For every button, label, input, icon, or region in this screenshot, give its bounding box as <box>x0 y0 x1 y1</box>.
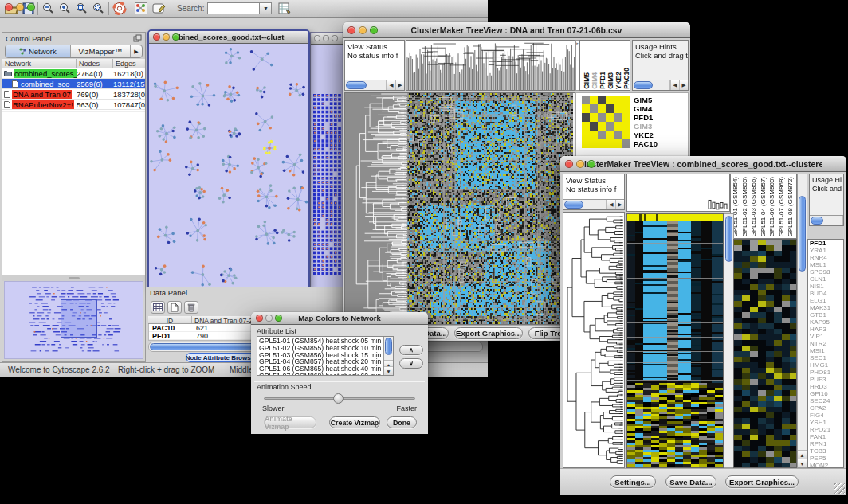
network-frame-back-titlebar[interactable] <box>311 33 346 45</box>
move-down-button[interactable]: ∨ <box>399 358 423 369</box>
report-table-icon[interactable] <box>278 2 292 15</box>
gene-label[interactable]: GTB1 <box>810 311 843 318</box>
matrix-cell[interactable] <box>582 139 590 148</box>
hscroll-thumb[interactable] <box>811 217 823 225</box>
minimize-button[interactable] <box>16 3 24 11</box>
matrix-cell[interactable] <box>606 104 614 113</box>
tv2-column-label[interactable]: GPL51-08 (GSM872) <box>787 177 795 237</box>
tv1-column-label[interactable]: YKE2 <box>614 72 622 89</box>
vscroll-thumb[interactable] <box>799 196 806 272</box>
attribute-list-item[interactable]: GPL51-04 (GSM857) heat shock 20 min <box>257 358 383 365</box>
tv1-detail-row-label[interactable]: GIM3 <box>634 122 669 131</box>
matrix-cell[interactable] <box>590 122 598 131</box>
hscroll-thumb[interactable] <box>346 81 367 89</box>
attribute-list[interactable]: GPL51-01 (GSM854) heat shock 05 minGPL51… <box>257 336 394 376</box>
tv1-detail-matrix[interactable] <box>582 96 630 148</box>
export-graphics-button[interactable]: Export Graphics... <box>454 327 523 339</box>
tv2-column-dendrogram-canvas[interactable] <box>627 174 729 211</box>
tv1-status-hscrollbar[interactable]: ◀ ▶ <box>345 80 404 90</box>
tv1-column-labels[interactable]: GIM5GIM4PFD1GIM3YKE2PAC10 <box>579 40 630 91</box>
gene-label[interactable]: YSH1 <box>810 419 843 426</box>
tv2-row-dendrogram-canvas[interactable] <box>563 213 624 467</box>
close-button[interactable] <box>256 315 263 322</box>
annotation-icon[interactable] <box>152 2 166 14</box>
zoom-button[interactable] <box>587 160 595 168</box>
zoom-fit-icon[interactable] <box>75 2 88 15</box>
matrix-cell[interactable] <box>590 96 598 104</box>
minimize-button[interactable] <box>163 33 170 41</box>
tv1-detail-row-label[interactable]: PFD1 <box>634 113 669 122</box>
matrix-cell[interactable] <box>622 96 630 104</box>
matrix-cell[interactable] <box>614 122 622 131</box>
network-view-canvas[interactable] <box>150 45 308 287</box>
matrix-cell[interactable] <box>582 96 590 104</box>
gene-label[interactable]: ELG1 <box>810 297 843 304</box>
overview-selection-rect[interactable] <box>61 299 97 338</box>
zoom-button[interactable] <box>332 35 338 41</box>
search-input[interactable] <box>207 2 260 14</box>
tv1-column-label[interactable]: GIM5 <box>583 72 591 89</box>
panel-splitter[interactable] <box>2 275 145 281</box>
tv2-hints-hscrollbar[interactable] <box>810 215 843 225</box>
scroll-up-button[interactable]: ▲ <box>798 450 807 459</box>
gene-label[interactable]: RNR4 <box>810 254 843 261</box>
zoom-button[interactable] <box>370 26 378 34</box>
tv1-hints-hscrollbar[interactable]: ◀ ▶ <box>633 80 688 90</box>
matrix-cell[interactable] <box>590 131 598 139</box>
new-attribute-icon[interactable] <box>167 301 182 314</box>
tv1-heatmap-canvas[interactable] <box>407 93 573 324</box>
save-data-button[interactable]: Save Data... <box>665 475 716 488</box>
tv2-right-vscrollbar[interactable]: ▲ ▼ <box>797 174 807 468</box>
matrix-cell[interactable] <box>598 139 606 148</box>
settings-button[interactable]: Settings... <box>610 475 656 488</box>
delete-attribute-trash-icon[interactable] <box>184 301 198 314</box>
tv1-row-dendrogram-canvas[interactable] <box>345 93 407 324</box>
scroll-down-button[interactable]: ▼ <box>798 459 807 467</box>
resize-grip[interactable] <box>834 483 845 494</box>
network-table-row[interactable]: combined_sco2569(6)13112(15) <box>2 79 145 89</box>
matrix-cell[interactable] <box>614 104 622 113</box>
matrix-cell[interactable] <box>622 131 630 139</box>
zoom-out-icon[interactable] <box>41 2 55 15</box>
matrix-cell[interactable] <box>606 113 614 122</box>
matrix-cell[interactable] <box>582 122 590 131</box>
tv2-column-label[interactable]: GPL51-04 (GSM857) <box>760 177 768 237</box>
gene-label[interactable]: VIP1 <box>810 333 843 340</box>
data-column-id[interactable]: ID <box>148 316 192 323</box>
tv2-global-heatmap-canvas[interactable] <box>627 214 723 467</box>
attribute-list-item[interactable]: GPL51-01 (GSM854) heat shock 05 min <box>257 338 383 345</box>
matrix-cell[interactable] <box>622 139 630 148</box>
gene-label[interactable]: RPO21 <box>810 426 843 433</box>
gene-label[interactable]: BUD4 <box>810 290 843 297</box>
close-button[interactable] <box>314 35 320 41</box>
tv1-detail-row-label[interactable]: GIM5 <box>634 96 669 104</box>
gene-label[interactable]: TCB3 <box>810 447 843 455</box>
gene-label[interactable]: KAP95 <box>810 318 843 326</box>
hscroll-thumb[interactable] <box>634 81 653 89</box>
close-button[interactable] <box>5 3 13 11</box>
treeview1-titlebar[interactable]: ClusterMaker TreeView : DNA and Tran 07-… <box>343 22 690 38</box>
matrix-cell[interactable] <box>606 122 614 131</box>
tv1-detail-row-label[interactable]: PAC10 <box>634 139 669 148</box>
gene-label[interactable]: HMG1 <box>810 361 843 369</box>
scroll-left-button[interactable]: ◀ <box>387 80 395 90</box>
minimize-button[interactable] <box>576 160 584 168</box>
scroll-left-button[interactable]: ◀ <box>607 200 615 209</box>
gene-label[interactable]: SPC98 <box>810 268 843 275</box>
matrix-cell[interactable] <box>622 122 630 131</box>
vscroll-thumb[interactable] <box>725 216 732 262</box>
tv1-detail-row-label[interactable]: YKE2 <box>634 131 669 139</box>
matrix-cell[interactable] <box>614 96 622 104</box>
tv1-column-dendrogram-canvas[interactable] <box>406 41 575 90</box>
network-table-row[interactable]: RNAPuberNov2+!563(0)107847(0) <box>2 100 145 110</box>
tv2-detail-heatmap-canvas[interactable] <box>734 240 796 467</box>
dialog-titlebar[interactable]: Map Colors to Network <box>251 312 428 325</box>
matrix-cell[interactable] <box>622 113 630 122</box>
matrix-cell[interactable] <box>622 104 630 113</box>
scroll-down-button[interactable]: ▼ <box>384 366 393 375</box>
gene-label[interactable]: NTR2 <box>810 340 843 347</box>
scroll-right-button[interactable]: ▶ <box>395 80 404 90</box>
close-button[interactable] <box>347 26 355 34</box>
minimize-button[interactable] <box>323 35 329 41</box>
network-frame-titlebar[interactable]: combined_scores_good.txt--cluste... <box>149 31 308 44</box>
